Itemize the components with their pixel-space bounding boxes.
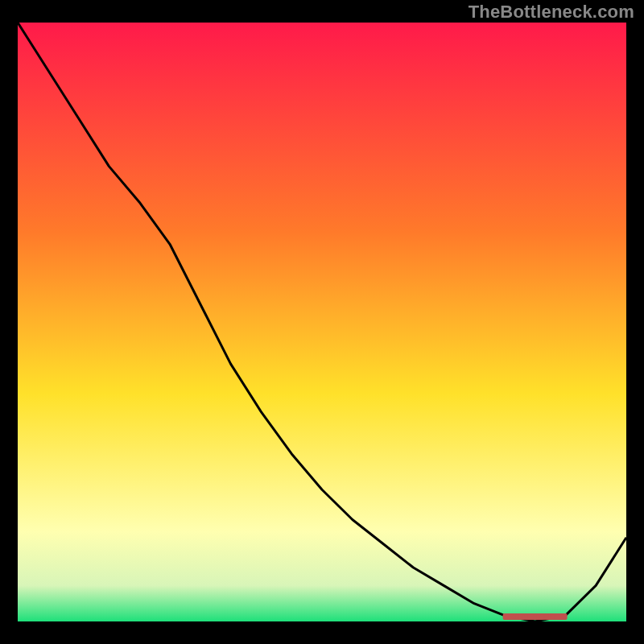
watermark-text: TheBottleneck.com (469, 2, 634, 23)
bottleneck-curve (18, 23, 626, 621)
optimum-label: OPTIMUM (511, 612, 559, 621)
plot-area: OPTIMUM (18, 23, 626, 621)
chart-container: TheBottleneck.com OPTIMUM (0, 0, 644, 644)
curve-layer (18, 23, 626, 621)
